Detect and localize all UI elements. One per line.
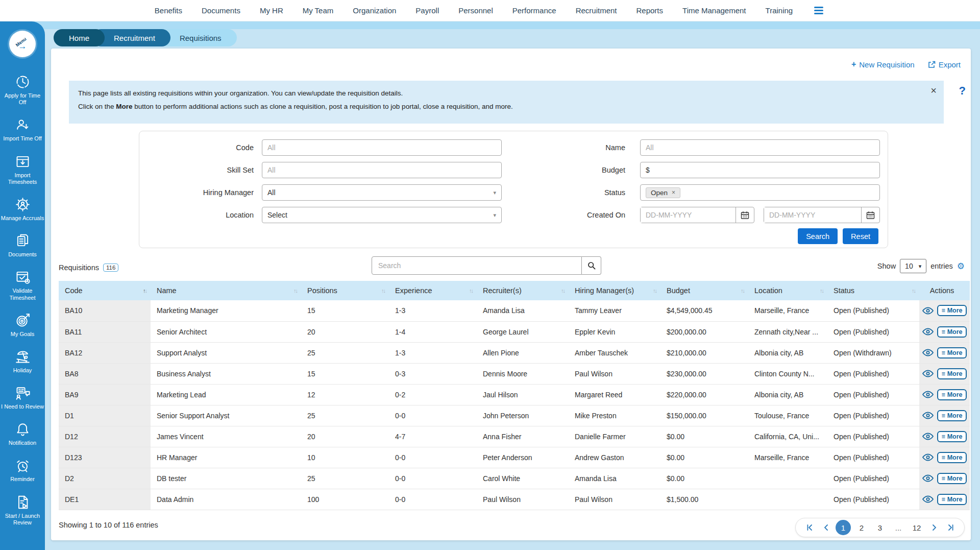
more-button[interactable]: ≡More [937,431,966,442]
top-nav-item[interactable]: Organization [353,6,396,15]
next-page-button[interactable] [927,521,941,534]
sidebar-item-start-launch-review[interactable]: Start / Launch Review [1,494,44,526]
view-button[interactable] [922,349,934,356]
name-input[interactable] [640,139,880,156]
code-input[interactable] [262,139,502,156]
top-nav-item[interactable]: Training [766,6,793,15]
top-nav-item[interactable]: My HR [260,6,283,15]
page-button[interactable]: 1 [836,520,851,535]
skill-set-label: Skill Set [139,166,262,174]
top-nav-item[interactable]: My Team [303,6,334,15]
skill-set-input[interactable] [262,162,502,178]
view-button[interactable] [922,370,934,377]
column-header[interactable]: Positions ↑↓ [301,281,389,300]
top-nav-item[interactable]: Benefits [155,6,182,15]
view-button[interactable] [922,391,934,398]
sidebar-item-documents[interactable]: Documents [1,232,44,258]
status-multiselect[interactable]: Open× [640,184,880,201]
more-button[interactable]: ≡More [937,452,966,463]
calendar-check-icon [14,269,31,285]
sidebar-item-label: I Need to Review [1,403,44,410]
column-header[interactable]: Status ↑↓ [827,281,919,300]
created-on-to-input[interactable] [764,207,861,223]
page-button[interactable]: 2 [854,520,869,535]
more-button[interactable]: ≡More [937,410,966,421]
gear-icon[interactable]: ⚙ [957,262,965,271]
breadcrumb-home[interactable]: Home [54,29,105,46]
column-header[interactable]: Recruiter(s) ↑↓ [477,281,569,300]
more-button[interactable]: ≡More [937,305,966,316]
search-submit-button[interactable] [582,256,601,275]
sidebar-item-validate-timesheet[interactable]: Validate Timesheet [1,269,44,301]
column-header[interactable]: Budget ↑↓ [660,281,748,300]
export-button[interactable]: Export [928,60,961,69]
close-icon[interactable]: × [930,85,937,97]
page-button[interactable]: 12 [909,520,924,535]
banner-line1: This page lists all existing requisition… [78,89,913,97]
top-nav: BenefitsDocumentsMy HRMy TeamOrganizatio… [0,0,980,21]
more-button[interactable]: ≡More [937,389,966,400]
last-page-button[interactable] [944,521,957,534]
sidebar-menu-button[interactable]: Menu → [9,31,36,57]
column-header[interactable]: Experience ↑↓ [389,281,477,300]
cell-actions: ≡More [919,384,970,405]
sidebar-item-my-goals[interactable]: My Goals [1,312,44,338]
sidebar-item-holiday[interactable]: Holiday [1,348,44,374]
cell-experience: 1-4 [389,321,477,342]
location-select[interactable]: Select▾ [262,207,502,223]
page-button[interactable]: 3 [872,520,888,535]
more-button[interactable]: ≡More [937,368,966,379]
created-on-from-input[interactable] [641,207,736,223]
top-nav-item[interactable]: Personnel [458,6,493,15]
view-button[interactable] [922,328,934,336]
menu-lines-icon: ≡ [941,370,945,377]
calendar-icon[interactable] [861,207,879,223]
help-icon[interactable]: ? [959,84,966,98]
more-button[interactable]: ≡More [937,473,966,484]
sidebar-item-apply-time-off[interactable]: Apply for Time Off [1,74,44,106]
more-button[interactable]: ≡More [937,347,966,358]
view-button[interactable] [922,453,934,461]
budget-input[interactable] [640,162,880,178]
new-requisition-button[interactable]: + New Requisition [851,60,915,69]
view-button[interactable] [922,307,934,315]
sidebar-item-import-timesheets[interactable]: Import Timesheets [1,153,44,185]
sidebar-item-reminder[interactable]: Reminder [1,457,44,483]
sidebar-item-import-time-off[interactable]: Import Time Off [1,116,44,142]
column-header[interactable]: Name ↑↓ [151,281,301,300]
hiring-manager-select[interactable]: All▾ [262,184,502,201]
top-nav-item[interactable]: Payroll [415,6,439,15]
page-button[interactable]: ... [891,520,906,535]
search-button[interactable]: Search [798,228,838,244]
previous-page-button[interactable] [819,521,832,534]
top-nav-item[interactable]: Time Management [682,6,746,15]
more-button[interactable]: ≡More [937,494,966,505]
sidebar-item-manage-accruals[interactable]: Manage Accruals [1,196,44,222]
sidebar-item-i-need-to-review[interactable]: I Need to Review [1,385,44,410]
top-nav-item[interactable]: Documents [202,6,240,15]
sidebar-item-notification[interactable]: Notification [1,421,44,446]
page-size-select[interactable]: 10▾ [900,259,926,273]
view-button[interactable] [922,433,934,440]
top-nav-item[interactable]: Recruitment [576,6,617,15]
hamburger-menu-icon[interactable] [812,5,825,16]
column-header[interactable]: Code ↑↓ [59,281,151,300]
more-button[interactable]: ≡More [937,326,966,338]
calendar-icon[interactable] [736,207,754,223]
cell-status: Open (Published) [827,447,919,468]
column-header[interactable]: Hiring Manager(s) ↑↓ [569,281,660,300]
chip-close-icon[interactable]: × [672,189,675,196]
view-button[interactable] [922,495,934,503]
view-button[interactable] [922,412,934,419]
column-header[interactable]: Location ↑↓ [748,281,827,300]
reset-button[interactable]: Reset [843,228,878,244]
search-input[interactable] [372,256,582,275]
cell-experience: 0-0 [389,447,477,468]
cell-name: Senior Architect [151,321,301,342]
sort-icon: ↑↓ [741,288,744,294]
top-nav-item[interactable]: Performance [512,6,556,15]
top-nav-item[interactable]: Reports [636,6,664,15]
first-page-button[interactable] [803,521,816,534]
view-button[interactable] [922,474,934,482]
column-header[interactable]: Actions ↑↓ [919,281,970,300]
